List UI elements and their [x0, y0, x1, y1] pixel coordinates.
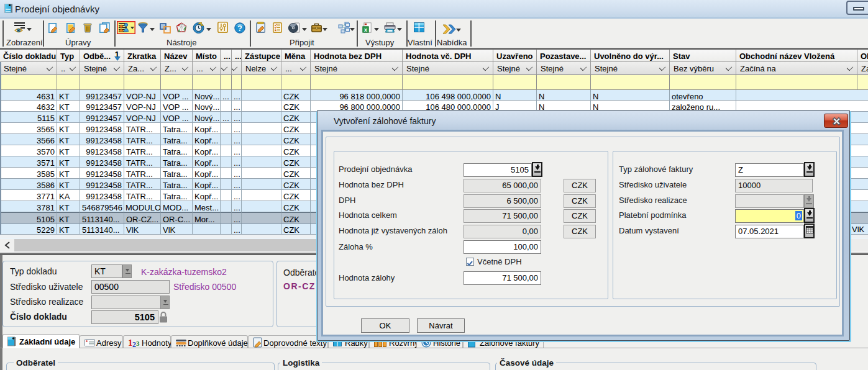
svg-text:?: ?: [237, 24, 242, 33]
svg-text:x: x: [364, 27, 367, 33]
svg-text:3: 3: [136, 340, 140, 347]
